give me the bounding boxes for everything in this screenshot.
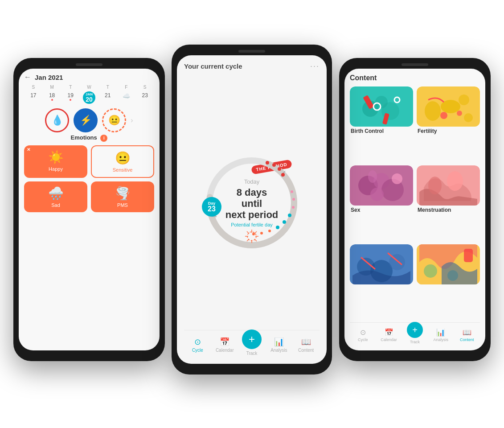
card5-label (350, 284, 352, 292)
svg-point-38 (464, 113, 473, 122)
cal-date-17[interactable]: 17 (24, 91, 43, 104)
content-card-fertility[interactable]: Fertility (417, 86, 480, 162)
svg-line-21 (254, 231, 257, 234)
content-card-sex[interactable]: Sex (350, 165, 413, 241)
right-track-button[interactable]: + (407, 322, 423, 338)
neutral-icon: 😐 (108, 115, 120, 126)
sex-label: Sex (350, 205, 361, 213)
calendar-header: S M T W T F S (24, 85, 154, 90)
info-badge[interactable]: i (100, 135, 107, 142)
emotion-neutral-circle[interactable]: 😐 (102, 108, 126, 132)
content-card-birth-control[interactable]: Birth Control (350, 86, 413, 162)
emotion-card-happy[interactable]: ✕ ☀️ Happy (24, 145, 87, 178)
cal-day-s: S (24, 85, 43, 90)
emotion-card-sensitive[interactable]: 😐 Sensitive (91, 145, 154, 178)
happy-label: Happy (49, 166, 63, 172)
days-line2: next period (225, 209, 279, 220)
nav-analysis[interactable]: 📊 Analysis (269, 337, 289, 353)
birth-control-label: Birth Control (350, 126, 385, 134)
right-nav-content[interactable]: 📖 Content (458, 328, 476, 342)
cal-date-21[interactable]: 21 (98, 91, 117, 104)
nav-calendar[interactable]: 📅 Calendar (215, 337, 234, 353)
back-button[interactable]: ← (24, 73, 31, 81)
content-nav-icon: 📖 (301, 337, 311, 347)
svg-line-22 (247, 239, 249, 241)
days-until-text: 8 days until next period (225, 186, 279, 220)
content-card-menstruation[interactable]: Menstruation (417, 165, 480, 241)
svg-point-3 (272, 163, 276, 167)
emotion-card-pms[interactable]: 🌪️ PMS (91, 181, 154, 212)
card6-label (417, 284, 418, 292)
content-card-6[interactable] (417, 244, 480, 320)
svg-point-45 (447, 171, 463, 191)
cycle-display-area: THE PERIOD (184, 75, 320, 330)
right-content-label: Content (460, 337, 474, 342)
right-bottom-nav: ⊙ Cycle 📅 Calendar + Track 📊 Analysis (350, 322, 480, 345)
center-header: Your current cycle ··· (184, 62, 320, 71)
svg-point-5 (281, 173, 285, 177)
cycle-ring-container: THE PERIOD (198, 149, 305, 256)
cal-date-18[interactable]: 18 (43, 91, 61, 104)
emotion-drop-circle[interactable]: 💧 (45, 108, 69, 132)
analysis-nav-label: Analysis (270, 348, 287, 353)
right-analysis-label: Analysis (434, 337, 449, 342)
cal-date-22[interactable]: ☁️ (117, 91, 136, 104)
right-phone-content: Content (344, 69, 485, 350)
sex-image (350, 165, 413, 206)
svg-point-9 (288, 214, 291, 217)
phone-right: Content (339, 58, 491, 361)
right-calendar-icon: 📅 (385, 328, 393, 337)
right-analysis-icon: 📊 (436, 328, 445, 337)
cal-day-m: M (43, 85, 61, 90)
cycle-nav-label: Cycle (192, 348, 203, 353)
svg-point-36 (440, 112, 447, 119)
pms-icon: 🌪️ (115, 186, 131, 201)
days-line1: 8 days until (237, 186, 267, 209)
cycle-center-text: Today 8 days until next period Potential… (225, 178, 279, 227)
options-menu-icon[interactable]: ··· (310, 62, 320, 71)
right-cycle-label: Cycle (358, 337, 368, 342)
emotions-section-label: Emotions i (24, 134, 154, 142)
right-nav-analysis[interactable]: 📊 Analysis (432, 328, 450, 342)
right-content-icon: 📖 (463, 328, 471, 337)
emotions-text: Emotions (71, 134, 97, 141)
right-nav-calendar[interactable]: 📅 Calendar (380, 328, 398, 342)
sad-icon: 🌧️ (48, 186, 64, 201)
phone-center: Your current cycle ··· THE PERIOD (172, 45, 332, 374)
sensitive-label: Sensitive (113, 167, 133, 173)
cal-day-f: F (117, 85, 136, 90)
emotion-energy-circle[interactable]: ⚡ (74, 108, 98, 132)
cal-date-20-today[interactable]: JAN 20 (83, 91, 95, 104)
nav-cycle[interactable]: ⊙ Cycle (188, 337, 207, 353)
right-nav-track[interactable]: + Track (406, 325, 424, 344)
cal-day-s2: S (135, 85, 154, 90)
energy-icon: ⚡ (80, 115, 92, 126)
left-phone-content: ← Jan 2021 S M T W T F S 17 (19, 69, 160, 350)
track-add-button[interactable]: + (242, 329, 262, 349)
fertile-day-label: Potential fertile day (225, 222, 279, 227)
center-phone-content: Your current cycle ··· THE PERIOD (177, 55, 327, 364)
right-cycle-icon: ⊙ (360, 328, 366, 337)
today-label: Today (225, 178, 279, 185)
content-section-title: Content (350, 74, 480, 82)
day-number: 23 (208, 205, 216, 212)
svg-point-2 (266, 161, 269, 165)
content-cards-grid: Birth Control (350, 86, 480, 320)
svg-point-35 (459, 95, 469, 105)
card6-image (417, 244, 480, 284)
content-card-5[interactable] (350, 244, 413, 320)
pms-label: PMS (117, 202, 128, 208)
nav-content[interactable]: 📖 Content (296, 337, 316, 353)
svg-rect-55 (464, 249, 473, 262)
right-nav-cycle[interactable]: ⊙ Cycle (354, 328, 372, 342)
nav-track[interactable]: + Track (242, 334, 262, 356)
phone-left: ← Jan 2021 S M T W T F S 17 (13, 58, 165, 361)
calendar-row-1: 17 18 19 JAN 20 21 ☁️ 23 (24, 91, 154, 104)
svg-point-32 (394, 97, 400, 103)
content-nav-label: Content (298, 348, 314, 353)
emotion-card-sad[interactable]: 🌧️ Sad (24, 181, 87, 212)
close-happy-icon[interactable]: ✕ (27, 147, 30, 152)
cal-date-23[interactable]: 23 (135, 91, 154, 104)
cal-date-19[interactable]: 19 (61, 91, 80, 104)
chevron-right-icon[interactable]: › (131, 116, 133, 124)
